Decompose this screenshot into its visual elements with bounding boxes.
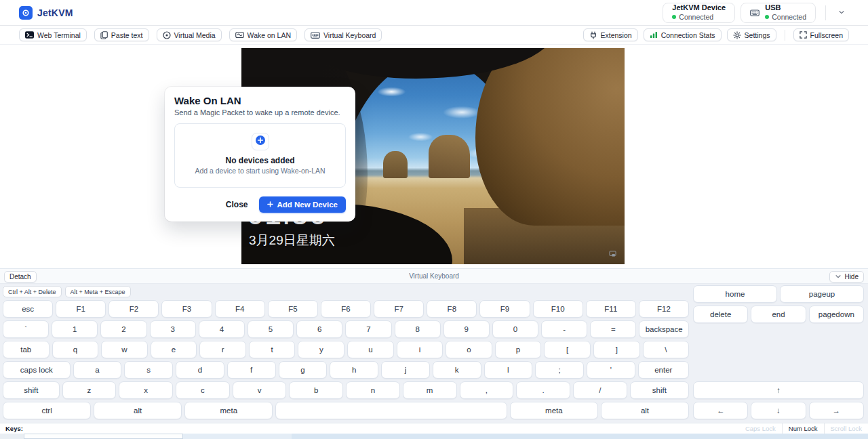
key-meta[interactable]: meta	[510, 402, 598, 419]
key-e[interactable]: e	[151, 341, 197, 358]
preset-alt-meta-escape-button[interactable]: Alt + Meta + Escape	[65, 286, 131, 297]
key-f1[interactable]: F1	[56, 300, 106, 318]
key-f8[interactable]: F8	[427, 300, 477, 318]
key-f7[interactable]: F7	[374, 300, 424, 318]
key-bracket-right[interactable]: ]	[593, 341, 640, 358]
key-m[interactable]: m	[403, 381, 457, 399]
key-g[interactable]: g	[279, 361, 328, 379]
key-7[interactable]: 7	[345, 320, 391, 338]
key-backtick[interactable]: `	[3, 320, 49, 338]
key-5[interactable]: 5	[248, 320, 294, 338]
key-alt[interactable]: alt	[94, 402, 182, 419]
key-o[interactable]: o	[446, 341, 492, 358]
key-8[interactable]: 8	[395, 320, 441, 338]
key-9[interactable]: 9	[443, 320, 490, 338]
key-l[interactable]: l	[484, 361, 533, 379]
key-1[interactable]: 1	[52, 320, 98, 338]
key-6[interactable]: 6	[296, 320, 342, 338]
key-slash[interactable]: /	[573, 381, 627, 399]
key-r[interactable]: r	[199, 341, 246, 358]
device-menu-button[interactable]	[833, 4, 850, 22]
fullscreen-button[interactable]: Fullscreen	[793, 28, 849, 41]
key-f2[interactable]: F2	[108, 300, 159, 318]
key-f3[interactable]: F3	[161, 300, 212, 318]
key-4[interactable]: 4	[199, 320, 245, 338]
key-tab[interactable]: tab	[3, 341, 50, 358]
key-f12[interactable]: F12	[639, 300, 689, 318]
key-b[interactable]: b	[289, 381, 343, 399]
key-arrow-left[interactable]: ←	[693, 402, 748, 419]
key-j[interactable]: j	[381, 361, 430, 379]
extension-button[interactable]: Extension	[583, 28, 638, 41]
key-end[interactable]: end	[751, 306, 806, 323]
scrollbar-thumb[interactable]	[24, 434, 183, 439]
key-period[interactable]: .	[516, 381, 570, 399]
key-s[interactable]: s	[124, 361, 173, 379]
web-terminal-button[interactable]: Web Terminal	[19, 28, 87, 41]
paste-text-button[interactable]: Paste text	[94, 28, 149, 41]
key-y[interactable]: y	[298, 341, 344, 358]
key-backspace[interactable]: backspace	[639, 320, 688, 338]
key-caps-lock[interactable]: caps lock	[3, 361, 71, 379]
key-0[interactable]: 0	[492, 320, 538, 338]
key-pageup[interactable]: pageup	[780, 285, 864, 303]
key-shift[interactable]: shift	[630, 381, 689, 399]
key-delete[interactable]: delete	[693, 306, 748, 323]
key-space[interactable]	[275, 402, 507, 419]
key-2[interactable]: 2	[100, 320, 146, 338]
key-enter[interactable]: enter	[638, 361, 689, 379]
key-h[interactable]: h	[330, 361, 378, 379]
key-meta[interactable]: meta	[184, 402, 273, 419]
wake-on-lan-button[interactable]: Wake on LAN	[229, 28, 297, 41]
preset-ctrl-alt-delete-button[interactable]: Ctrl + Alt + Delete	[3, 286, 62, 297]
key-f11[interactable]: F11	[586, 300, 636, 318]
key-quote[interactable]: '	[587, 361, 635, 379]
virtual-media-button[interactable]: Virtual Media	[157, 28, 222, 41]
virtual-keyboard-button[interactable]: Virtual Keyboard	[304, 28, 382, 41]
key-i[interactable]: i	[397, 341, 443, 358]
device-status-card[interactable]: JetKVM Device Connected	[663, 3, 735, 23]
key-d[interactable]: d	[176, 361, 224, 379]
horizontal-scrollbar[interactable]	[0, 434, 868, 439]
key-z[interactable]: z	[62, 381, 117, 399]
key-t[interactable]: t	[249, 341, 296, 358]
key-shift[interactable]: shift	[3, 381, 60, 399]
key-p[interactable]: p	[495, 341, 542, 358]
key-f4[interactable]: F4	[215, 300, 265, 318]
key-a[interactable]: a	[73, 361, 122, 379]
key-bracket-left[interactable]: [	[544, 341, 591, 358]
key-w[interactable]: w	[101, 341, 148, 358]
key-alt[interactable]: alt	[601, 402, 689, 419]
key-backslash[interactable]: \	[643, 341, 690, 358]
key-equals[interactable]: =	[590, 320, 636, 338]
key-minus[interactable]: -	[541, 320, 587, 338]
key-home[interactable]: home	[693, 285, 777, 303]
key-f10[interactable]: F10	[533, 300, 583, 318]
key-q[interactable]: q	[52, 341, 99, 358]
key-ctrl[interactable]: ctrl	[3, 402, 91, 419]
key-arrow-up[interactable]: ↑	[693, 381, 864, 399]
detach-button[interactable]: Detach	[4, 271, 37, 283]
key-semicolon[interactable]: ;	[535, 361, 584, 379]
key-f5[interactable]: F5	[268, 300, 318, 318]
key-v[interactable]: v	[233, 381, 287, 399]
key-u[interactable]: u	[347, 341, 394, 358]
key-arrow-down[interactable]: ↓	[751, 402, 806, 419]
close-button[interactable]: Close	[226, 200, 248, 209]
key-f6[interactable]: F6	[321, 300, 371, 318]
key-k[interactable]: k	[433, 361, 481, 379]
key-c[interactable]: c	[176, 381, 230, 399]
settings-button[interactable]: Settings	[727, 28, 776, 41]
key-x[interactable]: x	[119, 381, 173, 399]
key-f9[interactable]: F9	[479, 300, 530, 318]
connection-stats-button[interactable]: Connection Stats	[644, 28, 722, 41]
key-pagedown[interactable]: pagedown	[809, 306, 864, 323]
key-arrow-right[interactable]: →	[809, 402, 864, 419]
key-3[interactable]: 3	[150, 320, 196, 338]
hide-button[interactable]: Hide	[829, 271, 864, 283]
add-new-device-button[interactable]: Add New Device	[259, 196, 346, 213]
key-comma[interactable]: ,	[460, 381, 514, 399]
key-f[interactable]: f	[227, 361, 276, 379]
key-n[interactable]: n	[346, 381, 400, 399]
key-esc[interactable]: esc	[3, 300, 53, 318]
